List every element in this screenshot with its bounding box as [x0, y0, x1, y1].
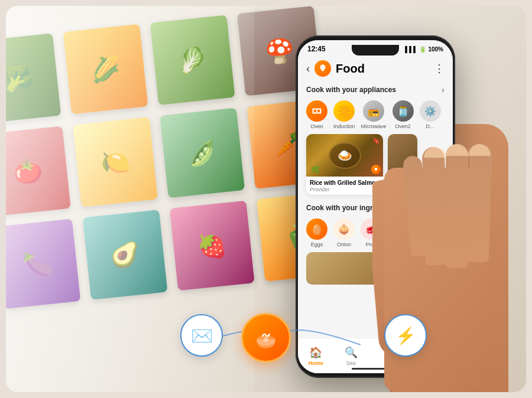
home-nav-label: Home — [309, 360, 323, 366]
eggs-icon: 🥚 — [306, 218, 327, 240]
appliance-item-microwave[interactable]: 📻 Microwave — [361, 100, 387, 129]
oven-icon — [306, 100, 327, 122]
back-button[interactable]: ‹ — [306, 63, 310, 75]
energy-circle-button[interactable]: ⚡ — [384, 314, 427, 357]
appliances-section-header[interactable]: Cook with your appliances › — [298, 81, 453, 98]
message-circle-button[interactable]: ✉️ — [180, 314, 223, 357]
induction-label: Induction — [333, 123, 355, 129]
bottom-recipe-card-1[interactable]: 🔖 — [306, 252, 383, 285]
app-header: ‹ Food ⋮ — [298, 56, 453, 81]
recipe-provider-1: Provider — [310, 187, 379, 193]
microwave-icon: 📻 — [363, 100, 384, 122]
scene-inner: 🥦 🌽 🥬 🍄 🍅 🍋 🫛 🥕 🍆 🥑 🍓 🫑 — [6, 6, 526, 392]
recipe-info-1: Rice with Grilled Salmon Provider — [306, 177, 383, 195]
status-icons: ▌▌▌ 🔋 100% — [405, 46, 443, 53]
energy-icon: ⚡ — [395, 326, 416, 345]
battery-percent: 100% — [428, 46, 443, 53]
appliance-row: Oven 🔆 Induction 📻 Microwave 🫙 Oven — [298, 98, 453, 134]
message-icon: ✉️ — [191, 325, 213, 346]
appliance-item-induction[interactable]: 🔆 Induction — [333, 100, 355, 129]
oven2-label: Oven2 — [395, 123, 411, 129]
recipe-image-1: 🍛 🌿 🔖 — [306, 134, 383, 177]
ingredient-onion[interactable]: 🧅 Onion — [333, 218, 355, 247]
induction-icon: 🔆 — [333, 100, 355, 122]
food-logo-icon — [253, 325, 279, 351]
svg-point-2 — [264, 337, 269, 342]
svg-point-0 — [322, 69, 324, 71]
search-nav-label: Sea — [346, 360, 356, 366]
appliance-item-extra[interactable]: ⚙️ D... — [420, 100, 441, 129]
recipe-title-1: Rice with Grilled Salmon — [310, 179, 379, 187]
appliance-item-oven[interactable]: Oven — [306, 100, 327, 129]
phone-notch — [352, 45, 399, 56]
recipe-card-1[interactable]: 🍛 🌿 🔖 Ric — [306, 134, 383, 195]
hand-front — [372, 144, 508, 392]
microwave-label: Microwave — [361, 123, 387, 129]
recipe-bookmark-1[interactable]: 🔖 — [372, 136, 381, 145]
onion-label: Onion — [337, 242, 351, 247]
battery-icon: 🔋 — [419, 46, 426, 53]
app-logo — [314, 60, 331, 77]
appliance-item-oven2[interactable]: 🫙 Oven2 — [392, 100, 414, 129]
oven-label: Oven — [310, 123, 323, 129]
onion-icon: 🧅 — [333, 218, 355, 240]
more-menu-button[interactable]: ⋮ — [434, 62, 445, 75]
signal-icon: ▌▌▌ — [405, 46, 417, 53]
eggs-label: Eggs — [311, 242, 323, 247]
status-time: 12:45 — [307, 45, 326, 53]
oven2-icon: 🫙 — [392, 100, 414, 122]
extra-icon: ⚙️ — [420, 100, 441, 122]
extra-label: D... — [426, 123, 434, 129]
ingredient-eggs[interactable]: 🥚 Eggs — [306, 218, 327, 247]
app-title: Food — [336, 62, 429, 76]
food-app-circle-button[interactable] — [241, 313, 291, 363]
appliances-chevron: › — [442, 85, 445, 94]
scene-wrapper: 🥦 🌽 🥬 🍄 🍅 🍋 🫛 🥕 🍆 🥑 🍓 🫑 — [6, 6, 526, 392]
appliances-label: Cook with your appliances — [306, 86, 396, 94]
